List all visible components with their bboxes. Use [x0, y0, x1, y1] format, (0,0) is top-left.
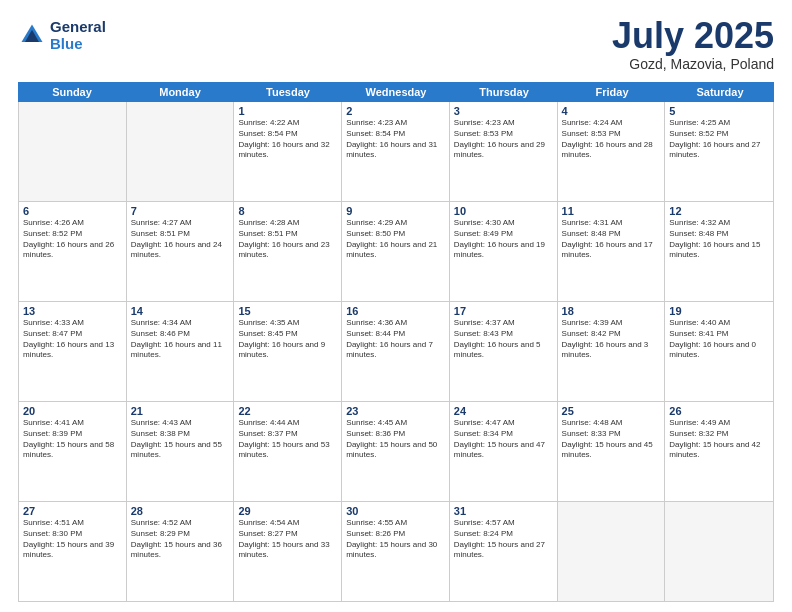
header-monday: Monday	[126, 82, 234, 102]
calendar-cell: 10Sunrise: 4:30 AM Sunset: 8:49 PM Dayli…	[450, 202, 558, 301]
calendar-cell: 27Sunrise: 4:51 AM Sunset: 8:30 PM Dayli…	[19, 502, 127, 601]
cell-details: Sunrise: 4:34 AM Sunset: 8:46 PM Dayligh…	[131, 318, 230, 361]
calendar-cell: 28Sunrise: 4:52 AM Sunset: 8:29 PM Dayli…	[127, 502, 235, 601]
calendar-row-0: 1Sunrise: 4:22 AM Sunset: 8:54 PM Daylig…	[19, 102, 773, 202]
cell-details: Sunrise: 4:28 AM Sunset: 8:51 PM Dayligh…	[238, 218, 337, 261]
day-number: 1	[238, 105, 337, 117]
cell-details: Sunrise: 4:29 AM Sunset: 8:50 PM Dayligh…	[346, 218, 445, 261]
day-number: 29	[238, 505, 337, 517]
cell-details: Sunrise: 4:55 AM Sunset: 8:26 PM Dayligh…	[346, 518, 445, 561]
logo-icon	[18, 21, 46, 49]
day-number: 26	[669, 405, 769, 417]
day-number: 3	[454, 105, 553, 117]
header: General Blue July 2025 Gozd, Mazovia, Po…	[18, 18, 774, 72]
month-title: July 2025	[612, 18, 774, 54]
calendar-header: Sunday Monday Tuesday Wednesday Thursday…	[18, 82, 774, 102]
calendar-cell: 30Sunrise: 4:55 AM Sunset: 8:26 PM Dayli…	[342, 502, 450, 601]
calendar: Sunday Monday Tuesday Wednesday Thursday…	[18, 82, 774, 602]
header-tuesday: Tuesday	[234, 82, 342, 102]
cell-details: Sunrise: 4:44 AM Sunset: 8:37 PM Dayligh…	[238, 418, 337, 461]
header-wednesday: Wednesday	[342, 82, 450, 102]
calendar-cell: 24Sunrise: 4:47 AM Sunset: 8:34 PM Dayli…	[450, 402, 558, 501]
calendar-cell: 7Sunrise: 4:27 AM Sunset: 8:51 PM Daylig…	[127, 202, 235, 301]
day-number: 20	[23, 405, 122, 417]
calendar-row-4: 27Sunrise: 4:51 AM Sunset: 8:30 PM Dayli…	[19, 502, 773, 601]
calendar-cell: 12Sunrise: 4:32 AM Sunset: 8:48 PM Dayli…	[665, 202, 773, 301]
cell-details: Sunrise: 4:39 AM Sunset: 8:42 PM Dayligh…	[562, 318, 661, 361]
day-number: 12	[669, 205, 769, 217]
calendar-cell: 15Sunrise: 4:35 AM Sunset: 8:45 PM Dayli…	[234, 302, 342, 401]
header-thursday: Thursday	[450, 82, 558, 102]
cell-details: Sunrise: 4:49 AM Sunset: 8:32 PM Dayligh…	[669, 418, 769, 461]
calendar-cell: 6Sunrise: 4:26 AM Sunset: 8:52 PM Daylig…	[19, 202, 127, 301]
day-number: 9	[346, 205, 445, 217]
calendar-cell: 9Sunrise: 4:29 AM Sunset: 8:50 PM Daylig…	[342, 202, 450, 301]
title-block: July 2025 Gozd, Mazovia, Poland	[612, 18, 774, 72]
day-number: 27	[23, 505, 122, 517]
day-number: 4	[562, 105, 661, 117]
calendar-cell: 5Sunrise: 4:25 AM Sunset: 8:52 PM Daylig…	[665, 102, 773, 201]
day-number: 8	[238, 205, 337, 217]
cell-details: Sunrise: 4:40 AM Sunset: 8:41 PM Dayligh…	[669, 318, 769, 361]
cell-details: Sunrise: 4:32 AM Sunset: 8:48 PM Dayligh…	[669, 218, 769, 261]
logo: General Blue	[18, 18, 106, 52]
day-number: 24	[454, 405, 553, 417]
calendar-cell: 13Sunrise: 4:33 AM Sunset: 8:47 PM Dayli…	[19, 302, 127, 401]
cell-details: Sunrise: 4:52 AM Sunset: 8:29 PM Dayligh…	[131, 518, 230, 561]
cell-details: Sunrise: 4:35 AM Sunset: 8:45 PM Dayligh…	[238, 318, 337, 361]
header-saturday: Saturday	[666, 82, 774, 102]
day-number: 5	[669, 105, 769, 117]
day-number: 18	[562, 305, 661, 317]
cell-details: Sunrise: 4:37 AM Sunset: 8:43 PM Dayligh…	[454, 318, 553, 361]
calendar-cell	[665, 502, 773, 601]
cell-details: Sunrise: 4:51 AM Sunset: 8:30 PM Dayligh…	[23, 518, 122, 561]
cell-details: Sunrise: 4:26 AM Sunset: 8:52 PM Dayligh…	[23, 218, 122, 261]
calendar-cell: 31Sunrise: 4:57 AM Sunset: 8:24 PM Dayli…	[450, 502, 558, 601]
location: Gozd, Mazovia, Poland	[612, 56, 774, 72]
day-number: 15	[238, 305, 337, 317]
calendar-row-3: 20Sunrise: 4:41 AM Sunset: 8:39 PM Dayli…	[19, 402, 773, 502]
header-sunday: Sunday	[18, 82, 126, 102]
day-number: 25	[562, 405, 661, 417]
calendar-body: 1Sunrise: 4:22 AM Sunset: 8:54 PM Daylig…	[18, 102, 774, 602]
day-number: 2	[346, 105, 445, 117]
cell-details: Sunrise: 4:36 AM Sunset: 8:44 PM Dayligh…	[346, 318, 445, 361]
day-number: 10	[454, 205, 553, 217]
day-number: 13	[23, 305, 122, 317]
cell-details: Sunrise: 4:27 AM Sunset: 8:51 PM Dayligh…	[131, 218, 230, 261]
cell-details: Sunrise: 4:23 AM Sunset: 8:53 PM Dayligh…	[454, 118, 553, 161]
cell-details: Sunrise: 4:43 AM Sunset: 8:38 PM Dayligh…	[131, 418, 230, 461]
day-number: 23	[346, 405, 445, 417]
cell-details: Sunrise: 4:45 AM Sunset: 8:36 PM Dayligh…	[346, 418, 445, 461]
calendar-cell: 29Sunrise: 4:54 AM Sunset: 8:27 PM Dayli…	[234, 502, 342, 601]
calendar-cell: 17Sunrise: 4:37 AM Sunset: 8:43 PM Dayli…	[450, 302, 558, 401]
calendar-cell: 11Sunrise: 4:31 AM Sunset: 8:48 PM Dayli…	[558, 202, 666, 301]
day-number: 7	[131, 205, 230, 217]
cell-details: Sunrise: 4:22 AM Sunset: 8:54 PM Dayligh…	[238, 118, 337, 161]
calendar-cell: 16Sunrise: 4:36 AM Sunset: 8:44 PM Dayli…	[342, 302, 450, 401]
day-number: 28	[131, 505, 230, 517]
calendar-cell: 22Sunrise: 4:44 AM Sunset: 8:37 PM Dayli…	[234, 402, 342, 501]
page: General Blue July 2025 Gozd, Mazovia, Po…	[0, 0, 792, 612]
calendar-cell: 14Sunrise: 4:34 AM Sunset: 8:46 PM Dayli…	[127, 302, 235, 401]
calendar-cell: 3Sunrise: 4:23 AM Sunset: 8:53 PM Daylig…	[450, 102, 558, 201]
calendar-row-1: 6Sunrise: 4:26 AM Sunset: 8:52 PM Daylig…	[19, 202, 773, 302]
calendar-cell: 26Sunrise: 4:49 AM Sunset: 8:32 PM Dayli…	[665, 402, 773, 501]
day-number: 19	[669, 305, 769, 317]
calendar-cell: 8Sunrise: 4:28 AM Sunset: 8:51 PM Daylig…	[234, 202, 342, 301]
calendar-cell	[127, 102, 235, 201]
calendar-cell: 20Sunrise: 4:41 AM Sunset: 8:39 PM Dayli…	[19, 402, 127, 501]
cell-details: Sunrise: 4:30 AM Sunset: 8:49 PM Dayligh…	[454, 218, 553, 261]
day-number: 31	[454, 505, 553, 517]
day-number: 16	[346, 305, 445, 317]
cell-details: Sunrise: 4:25 AM Sunset: 8:52 PM Dayligh…	[669, 118, 769, 161]
day-number: 30	[346, 505, 445, 517]
calendar-row-2: 13Sunrise: 4:33 AM Sunset: 8:47 PM Dayli…	[19, 302, 773, 402]
cell-details: Sunrise: 4:24 AM Sunset: 8:53 PM Dayligh…	[562, 118, 661, 161]
calendar-cell: 18Sunrise: 4:39 AM Sunset: 8:42 PM Dayli…	[558, 302, 666, 401]
day-number: 14	[131, 305, 230, 317]
day-number: 21	[131, 405, 230, 417]
calendar-cell: 19Sunrise: 4:40 AM Sunset: 8:41 PM Dayli…	[665, 302, 773, 401]
cell-details: Sunrise: 4:23 AM Sunset: 8:54 PM Dayligh…	[346, 118, 445, 161]
logo-text: General Blue	[50, 18, 106, 52]
